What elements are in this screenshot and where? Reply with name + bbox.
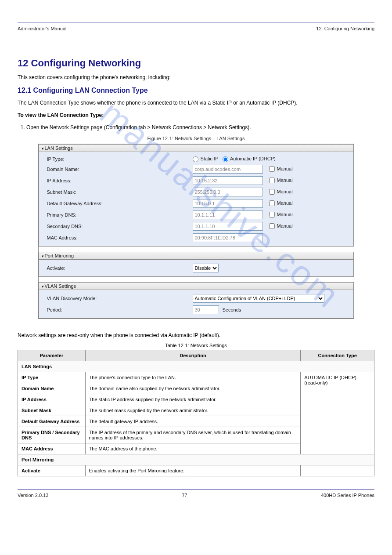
footer-center: 77 — [182, 493, 187, 498]
port-mirroring-header[interactable]: Port Mirroring — [39, 252, 353, 260]
ip-address-manual[interactable]: Manual — [269, 178, 293, 184]
row-mac-d: The MAC address of the phone. — [85, 443, 301, 454]
gateway-label: Default Gateway Address: — [43, 201, 193, 206]
row-ip-p: IP Address — [18, 394, 86, 405]
table-caption: Table 12-1: Network Settings — [18, 343, 374, 348]
primary-dns-input[interactable] — [193, 210, 263, 219]
subnet-mask-input[interactable] — [193, 188, 263, 196]
top-rule — [18, 22, 374, 22]
header-left: Administrator's Manual — [18, 26, 67, 31]
row-dns-d: The IP address of the primary and second… — [85, 427, 301, 443]
domain-name-label: Domain Name: — [43, 167, 193, 172]
activate-select[interactable]: Disable — [193, 264, 219, 272]
ip-address-input[interactable] — [193, 176, 263, 185]
lan-settings-header[interactable]: LAN Settings — [39, 145, 353, 152]
intro-text: This section covers configuring the phon… — [18, 73, 374, 81]
row-gw-d: The default gateway IP address. — [85, 416, 301, 427]
row-activate-c — [301, 465, 374, 476]
row-gw-p: Default Gateway Address — [18, 416, 86, 427]
primary-dns-manual[interactable]: Manual — [269, 212, 293, 218]
row-mac-p: MAC Address — [18, 443, 86, 454]
static-ip-radio[interactable]: Static IP — [193, 156, 219, 161]
bottom-rule — [18, 490, 374, 490]
footer-right: 400HD Series IP Phones — [321, 493, 374, 498]
th-parameter: Parameter — [18, 350, 86, 361]
mac-input — [193, 233, 263, 242]
section-title: 12.1 Configuring LAN Connection Type — [18, 87, 374, 94]
footer-left: Version 2.0.13 — [18, 493, 48, 498]
group-port-mirroring: Port Mirroring — [18, 454, 374, 465]
table-intro: Network settings are read-only when the … — [18, 332, 374, 338]
row-activate-d: Enables activating the Port Mirroring fe… — [85, 465, 301, 476]
vlan-settings-group: VLAN Settings VLAN Discovery Mode: Autom… — [39, 282, 354, 319]
primary-dns-label: Primary DNS: — [43, 212, 193, 218]
step-item: Open the Network Settings page (Configur… — [26, 123, 374, 131]
ip-address-label: IP Address: — [43, 178, 193, 183]
page-footer: Version 2.0.13 77 400HD Series IP Phones — [18, 493, 374, 498]
vlan-settings-header[interactable]: VLAN Settings — [39, 283, 353, 290]
header-right: 12. Configuring Networking — [316, 26, 374, 31]
period-label: Period: — [43, 307, 193, 312]
vlan-discovery-label: VLAN Discovery Mode: — [43, 296, 193, 301]
lan-settings-group: LAN Settings IP Type: Static IP Automati… — [39, 144, 354, 247]
network-settings-panel: LAN Settings IP Type: Static IP Automati… — [38, 144, 354, 319]
automatic-ip-radio[interactable]: Automatic IP (DHCP) — [223, 156, 276, 161]
row-subnet-d: The subnet mask supplied by the network … — [85, 405, 301, 416]
subnet-mask-label: Subnet Mask: — [43, 189, 193, 195]
steps-intro: To view the LAN Connection Type: — [18, 111, 374, 119]
row-iptype-p: IP Type — [18, 372, 86, 383]
step-list: Open the Network Settings page (Configur… — [26, 123, 374, 131]
th-connection-type: Connection Type — [301, 350, 374, 361]
row-activate-p: Activate — [18, 465, 86, 476]
row-domain-d: The domain name also supplied by the net… — [85, 383, 301, 394]
row-iptype-d: The phone's connection type to the LAN. — [85, 372, 301, 383]
figure-caption: Figure 12-1: Network Settings – LAN Sett… — [18, 136, 374, 141]
port-mirroring-group: Port Mirroring Activate: Disable — [39, 252, 354, 277]
mac-label: MAC Address: — [43, 235, 193, 240]
parameters-table: Parameter Description Connection Type LA… — [18, 350, 374, 476]
secondary-dns-label: Secondary DNS: — [43, 224, 193, 229]
gateway-manual[interactable]: Manual — [269, 200, 293, 207]
th-description: Description — [85, 350, 301, 361]
activate-label: Activate: — [43, 265, 193, 271]
secondary-dns-input[interactable] — [193, 222, 263, 231]
row-ip-d: The static IP address supplied by the ne… — [85, 394, 301, 405]
vlan-discovery-select[interactable]: Automatic Configuration of VLAN (CDP+LLD… — [193, 294, 324, 303]
secondary-dns-manual[interactable]: Manual — [269, 223, 293, 229]
page-header: Administrator's Manual 12. Configuring N… — [18, 26, 374, 31]
row-domain-p: Domain Name — [18, 383, 86, 394]
section-body: The LAN Connection Type shows whether th… — [18, 99, 374, 107]
seconds-label: Seconds — [223, 307, 241, 312]
period-input[interactable] — [193, 305, 219, 314]
row-dns-p: Primary DNS / Secondary DNS — [18, 427, 86, 443]
subnet-mask-manual[interactable]: Manual — [269, 189, 293, 195]
gateway-input[interactable] — [193, 199, 263, 208]
group-lan: LAN Settings — [18, 361, 374, 372]
domain-name-manual[interactable]: Manual — [269, 166, 293, 172]
ip-type-label: IP Type: — [43, 156, 193, 162]
domain-name-input[interactable] — [193, 165, 263, 174]
row-subnet-p: Subnet Mask — [18, 405, 86, 416]
row-conntype: AUTOMATIC IP (DHCP) (read-only) — [301, 372, 374, 454]
page-title: 12 Configuring Networking — [18, 58, 374, 69]
